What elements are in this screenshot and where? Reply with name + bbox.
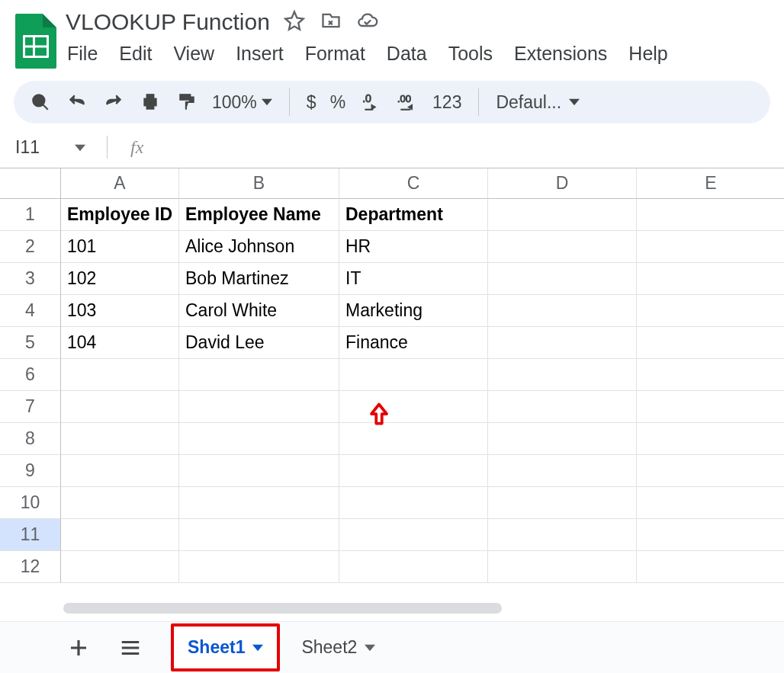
select-all-corner[interactable] <box>0 168 61 199</box>
cell[interactable] <box>179 423 339 455</box>
cloud-icon[interactable] <box>357 10 378 34</box>
cell[interactable] <box>488 551 637 583</box>
cell[interactable]: 104 <box>61 327 179 359</box>
cell[interactable] <box>637 391 784 423</box>
menu-view[interactable]: View <box>173 43 214 65</box>
chevron-down-icon[interactable] <box>365 637 375 658</box>
cell[interactable] <box>61 391 179 423</box>
cell[interactable]: Employee Name <box>179 199 339 231</box>
print-icon[interactable] <box>139 91 162 114</box>
cell[interactable]: Carol White <box>179 295 339 327</box>
cell[interactable] <box>488 231 637 263</box>
menu-extensions[interactable]: Extensions <box>514 43 607 65</box>
menu-insert[interactable]: Insert <box>236 43 284 65</box>
cell[interactable] <box>637 295 784 327</box>
column-header[interactable]: E <box>637 168 784 199</box>
cell[interactable]: Department <box>339 199 488 231</box>
cell[interactable] <box>637 359 784 391</box>
cell[interactable] <box>488 519 637 551</box>
horizontal-scrollbar[interactable] <box>63 603 502 614</box>
cell[interactable]: Bob Martinez <box>179 263 339 295</box>
zoom-select[interactable]: 100% <box>212 92 272 113</box>
cell[interactable] <box>179 551 339 583</box>
cell[interactable] <box>61 519 179 551</box>
row-header[interactable]: 10 <box>0 487 61 519</box>
cell[interactable]: 103 <box>61 295 179 327</box>
cell[interactable] <box>61 455 179 487</box>
cell[interactable] <box>637 263 784 295</box>
column-header[interactable]: D <box>488 168 637 199</box>
number-format-button[interactable]: 123 <box>432 92 461 113</box>
sheet-tab[interactable]: Sheet1 <box>171 623 280 671</box>
column-header[interactable]: A <box>61 168 179 199</box>
row-header[interactable]: 12 <box>0 551 61 583</box>
cell[interactable] <box>179 391 339 423</box>
cell[interactable] <box>179 359 339 391</box>
cell[interactable] <box>488 423 637 455</box>
menu-edit[interactable]: Edit <box>119 43 152 65</box>
row-header[interactable]: 11 <box>0 519 61 551</box>
cell[interactable] <box>637 199 784 231</box>
cell[interactable]: David Lee <box>179 327 339 359</box>
cell[interactable] <box>488 295 637 327</box>
cell[interactable]: 102 <box>61 263 179 295</box>
cell[interactable] <box>339 487 488 519</box>
cell[interactable]: Alice Johnson <box>179 231 339 263</box>
cell[interactable] <box>488 199 637 231</box>
cell[interactable] <box>637 551 784 583</box>
cell[interactable] <box>339 423 488 455</box>
row-header[interactable]: 4 <box>0 295 61 327</box>
name-box[interactable]: I11 <box>15 137 92 158</box>
cell[interactable] <box>179 519 339 551</box>
cell[interactable] <box>61 551 179 583</box>
cell[interactable] <box>179 487 339 519</box>
redo-icon[interactable] <box>102 91 125 114</box>
menu-data[interactable]: Data <box>387 43 427 65</box>
cell[interactable] <box>339 359 488 391</box>
all-sheets-icon[interactable] <box>119 636 142 659</box>
cell[interactable] <box>637 231 784 263</box>
currency-button[interactable]: $ <box>307 92 316 113</box>
cell[interactable] <box>339 551 488 583</box>
cell[interactable] <box>179 455 339 487</box>
star-icon[interactable] <box>284 10 305 34</box>
chevron-down-icon[interactable] <box>252 637 263 658</box>
percent-button[interactable]: % <box>330 92 345 113</box>
paint-format-icon[interactable] <box>175 91 198 114</box>
cell[interactable] <box>637 487 784 519</box>
row-header[interactable]: 9 <box>0 455 61 487</box>
cell[interactable]: Marketing <box>339 295 488 327</box>
cell[interactable] <box>339 455 488 487</box>
menu-file[interactable]: File <box>67 43 98 65</box>
search-icon[interactable] <box>29 91 52 114</box>
sheet-tab[interactable]: Sheet2 <box>288 630 389 665</box>
add-sheet-icon[interactable] <box>67 636 90 659</box>
cell[interactable]: 101 <box>61 231 179 263</box>
cell[interactable] <box>339 519 488 551</box>
cell[interactable] <box>488 455 637 487</box>
column-header[interactable]: C <box>339 168 488 199</box>
cell[interactable] <box>637 423 784 455</box>
cell[interactable] <box>488 327 637 359</box>
cell[interactable] <box>488 391 637 423</box>
row-header[interactable]: 6 <box>0 359 61 391</box>
cell[interactable] <box>488 263 637 295</box>
cell[interactable] <box>339 391 488 423</box>
row-header[interactable]: 1 <box>0 199 61 231</box>
font-select[interactable]: Defaul... <box>496 92 580 113</box>
row-header[interactable]: 7 <box>0 391 61 423</box>
row-header[interactable]: 3 <box>0 263 61 295</box>
menu-tools[interactable]: Tools <box>448 43 493 65</box>
row-header[interactable]: 2 <box>0 231 61 263</box>
row-header[interactable]: 8 <box>0 423 61 455</box>
spreadsheet-grid[interactable]: ABCDE1Employee IDEmployee NameDepartment… <box>0 168 784 583</box>
cell[interactable] <box>637 519 784 551</box>
cell[interactable]: IT <box>339 263 488 295</box>
cell[interactable] <box>61 359 179 391</box>
increase-decimal-icon[interactable]: .00 <box>396 91 419 114</box>
cell[interactable] <box>488 487 637 519</box>
cell[interactable] <box>61 487 179 519</box>
cell[interactable] <box>637 327 784 359</box>
cell[interactable] <box>61 423 179 455</box>
cell[interactable]: HR <box>339 231 488 263</box>
